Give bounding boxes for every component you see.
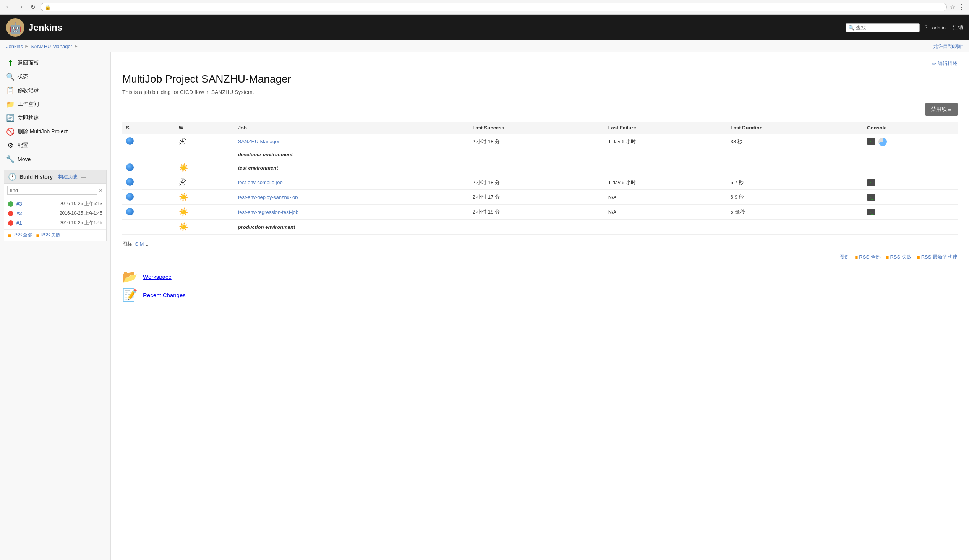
table-row: ⛈ SANZHU-Manager 2 小时 18 分 1 day 6 小时 38… — [122, 134, 957, 149]
breadcrumb-jenkins[interactable]: Jenkins — [6, 43, 23, 49]
col-header-last-success: Last Success — [469, 122, 604, 134]
cell-last-success: 2 小时 17 分 — [469, 190, 604, 205]
cell-status — [122, 205, 175, 219]
search-input[interactable] — [856, 25, 917, 31]
cell-last-duration: 38 秒 — [727, 134, 863, 149]
cell-last-duration: 5.7 秒 — [727, 175, 863, 190]
job-name-link[interactable]: SANZHU-Manager — [238, 139, 280, 145]
sidebar-item-back-dashboard[interactable]: ⬆ 返回面板 — [0, 56, 110, 70]
cell-console: ›_ — [863, 205, 957, 219]
rss-fail-footer-icon: ■ — [886, 254, 889, 260]
build-time-1: 2016-10-25 上午1:45 — [60, 219, 102, 226]
console-icon[interactable]: ›_ — [867, 179, 876, 186]
build-search-clear[interactable]: ✕ — [98, 186, 103, 195]
status-ball-icon — [126, 193, 134, 201]
user-label: admin — [932, 25, 946, 31]
disable-project-button[interactable]: 禁用项目 — [926, 103, 957, 116]
browser-toolbar: ← → ↻ 🔒 10.2.36.40:8080/job/SANZHU-Manag… — [0, 0, 969, 14]
edit-description-link[interactable]: ✏ 编辑描述 — [932, 60, 957, 67]
icon-size-m[interactable]: M — [140, 241, 144, 247]
build-link-2[interactable]: #2 — [17, 211, 22, 216]
forward-button[interactable]: → — [16, 2, 25, 12]
cell-section-weather: ☀️ — [175, 160, 234, 175]
cell-job-name: test-env-deploy-sanzhu-job — [234, 190, 469, 205]
back-button[interactable]: ← — [4, 2, 13, 12]
sidebar-item-changes[interactable]: 📋 修改记录 — [0, 84, 110, 97]
page-title: MultiJob Project SANZHU-Manager — [122, 73, 957, 85]
workspace-link[interactable]: Workspace — [143, 274, 171, 280]
address-input[interactable]: 10.2.36.40:8080/job/SANZHU-Manager/ — [53, 4, 942, 10]
sidebar-label-changes: 修改记录 — [18, 87, 39, 94]
address-bar[interactable]: 🔒 10.2.36.40:8080/job/SANZHU-Manager/ — [40, 3, 947, 12]
cell-last-failure: 1 day 6 小时 — [604, 134, 727, 149]
gear-icon: ⚙ — [6, 141, 15, 150]
build-search-input[interactable] — [7, 186, 97, 195]
sidebar-label-back: 返回面板 — [18, 60, 39, 66]
job-name-link[interactable]: test-env-regression-test-job — [238, 209, 298, 215]
search-box[interactable]: 🔍 — [846, 23, 920, 32]
logout-label[interactable]: | 注销 — [950, 24, 963, 31]
sidebar-item-delete[interactable]: 🚫 删除 MultiJob Project — [0, 125, 110, 139]
rss-fail-icon: ■ — [36, 232, 39, 238]
table-row: ☀️ test-env-regression-test-job 2 小时 18 … — [122, 205, 957, 219]
console-icon[interactable]: ›_ — [867, 194, 876, 201]
cell-weather: ☀️ — [175, 190, 234, 205]
sidebar-item-configure[interactable]: ⚙ 配置 — [0, 139, 110, 153]
icon-size-s[interactable]: S — [135, 241, 138, 247]
col-header-job: Job — [234, 122, 469, 134]
table-row: ☀️ production environment — [122, 219, 957, 234]
breadcrumb-sep-2: ► — [74, 43, 78, 49]
status-ball-icon — [126, 137, 134, 145]
menu-icon[interactable]: ⋮ — [958, 3, 965, 11]
rss-fail-footer-link[interactable]: ■ RSS 失败 — [886, 254, 912, 261]
reload-button[interactable]: ↻ — [28, 2, 37, 12]
auto-refresh-link[interactable]: 允许自动刷新 — [933, 43, 963, 50]
cell-status — [122, 190, 175, 205]
build-history-header: 🕐 Build History 构建历史 — — [4, 170, 106, 184]
cell-section-label: test environment — [234, 160, 957, 175]
col-header-last-failure: Last Failure — [604, 122, 727, 134]
rss-all-footer-link[interactable]: ■ RSS 全部 — [855, 254, 880, 261]
job-name-link[interactable]: test-env-deploy-sanzhu-job — [238, 194, 298, 200]
table-row: ⛈ test-env-compile-job 2 小时 18 分 1 day 6… — [122, 175, 957, 190]
sidebar-label-move: Move — [18, 156, 30, 162]
rss-fail-link[interactable]: ■ RSS 失败 — [36, 232, 60, 238]
cell-section-status — [122, 160, 175, 175]
page-description: This is a job building for CICD flow in … — [122, 89, 957, 95]
jenkins-header: 🤖 Jenkins 🔍 ? admin | 注销 — [0, 15, 969, 40]
col-header-last-duration: Last Duration — [727, 122, 863, 134]
rss-latest-footer-link[interactable]: ■ RSS 最新的构建 — [917, 254, 957, 261]
build-row-2: #2 2016-10-25 上午1:45 — [4, 209, 106, 218]
cell-section-label: developer environment — [234, 149, 957, 160]
main-layout: ⬆ 返回面板 🔍 状态 📋 修改记录 📁 工作空间 🔄 立即构建 🚫 删除 Mu… — [0, 52, 969, 560]
bookmark-icon[interactable]: ☆ — [950, 3, 955, 11]
jenkins-brand-title: Jenkins — [28, 22, 62, 33]
breadcrumb-project[interactable]: SANZHU-Manager — [30, 43, 72, 49]
cell-job-name: test-env-regression-test-job — [234, 205, 469, 219]
section-label: developer environment — [238, 152, 293, 157]
console-icon[interactable]: ›_ — [867, 138, 876, 145]
job-name-link[interactable]: test-env-compile-job — [238, 179, 283, 185]
recent-changes-link[interactable]: Recent Changes — [143, 292, 186, 298]
sidebar-item-move[interactable]: 🔧 Move — [0, 153, 110, 166]
sidebar-item-build-now[interactable]: 🔄 立即构建 — [0, 111, 110, 125]
cell-weather: ⛈ — [175, 175, 234, 190]
build-link-3[interactable]: #3 — [17, 201, 22, 207]
build-row-3: #3 2016-10-26 上午6:13 — [4, 199, 106, 209]
help-icon[interactable]: ? — [924, 24, 928, 31]
sidebar-item-status[interactable]: 🔍 状态 — [0, 70, 110, 84]
rss-all-link[interactable]: ■ RSS 全部 — [8, 232, 32, 238]
breadcrumb-sep-1: ► — [25, 43, 29, 49]
main-content: ✏ 编辑描述 MultiJob Project SANZHU-Manager T… — [111, 52, 969, 560]
cell-console: ›_ — [863, 134, 957, 149]
lock-icon: 🔒 — [45, 4, 51, 10]
build-history-dash: — — [81, 174, 86, 180]
legend-link[interactable]: 图例 — [839, 254, 849, 261]
build-link-1[interactable]: #1 — [17, 220, 22, 226]
recent-changes-notes-icon: 📝 — [122, 288, 138, 302]
console-icon[interactable]: ›_ — [867, 209, 876, 216]
build-history-link[interactable]: 构建历史 — [58, 173, 78, 180]
build-history-title: Build History — [20, 174, 53, 180]
build-history-section: 🕐 Build History 构建历史 — ✕ #3 2016-10-26 上… — [4, 170, 107, 241]
sidebar-item-workspace[interactable]: 📁 工作空间 — [0, 97, 110, 111]
